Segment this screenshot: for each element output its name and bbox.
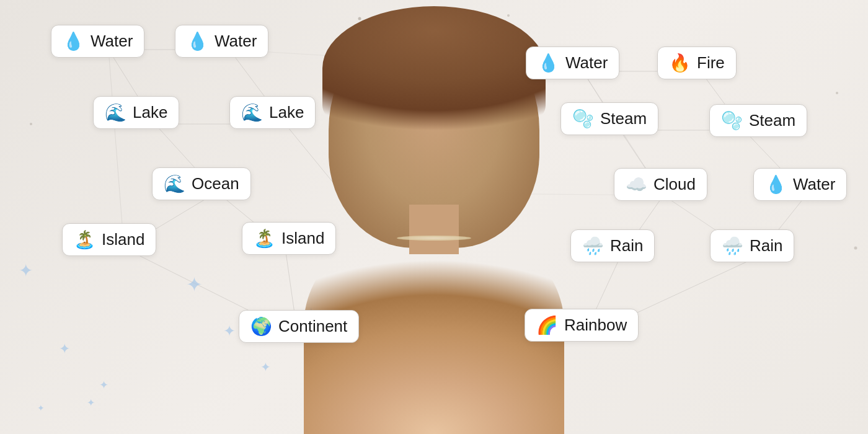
tag-emoji-rainbow-1: 🌈 [536, 317, 558, 334]
tag-label-water-3: Water [565, 53, 608, 73]
tag-label-rain-2: Rain [750, 236, 782, 255]
tag-island-2[interactable]: 🏝️Island [242, 222, 336, 255]
tag-emoji-water-1: 💧 [63, 33, 84, 50]
tag-water-4[interactable]: 💧Water [753, 168, 847, 201]
tag-label-water-4: Water [793, 175, 835, 194]
tag-emoji-fire-1: 🔥 [669, 55, 691, 72]
tag-steam-1[interactable]: 🫧Steam [560, 102, 658, 135]
tag-label-lake-1: Lake [133, 103, 167, 122]
tag-emoji-water-3: 💧 [538, 55, 559, 72]
tag-label-steam-1: Steam [600, 109, 647, 128]
tag-rain-2[interactable]: 🌧️Rain [710, 229, 794, 262]
tag-continent-1[interactable]: 🌍Continent [239, 310, 359, 343]
tag-rainbow-1[interactable]: 🌈Rainbow [525, 309, 639, 342]
tag-label-island-2: Island [281, 229, 324, 248]
tag-label-steam-2: Steam [749, 111, 795, 130]
tag-label-rainbow-1: Rainbow [564, 316, 627, 335]
tag-emoji-continent-1: 🌍 [250, 318, 272, 335]
tag-fire-1[interactable]: 🔥Fire [657, 46, 737, 79]
tag-ocean-1[interactable]: 🌊Ocean [152, 167, 251, 200]
tag-emoji-water-2: 💧 [187, 33, 208, 50]
tag-rain-1[interactable]: 🌧️Rain [570, 229, 655, 262]
tag-steam-2[interactable]: 🫧Steam [709, 104, 807, 137]
tag-label-continent-1: Continent [278, 317, 347, 336]
tag-island-1[interactable]: 🏝️Island [62, 223, 156, 256]
tag-emoji-cloud-1: ☁️ [626, 176, 647, 193]
tag-label-cloud-1: Cloud [653, 175, 696, 194]
tag-lake-1[interactable]: 🌊Lake [93, 96, 179, 129]
tag-label-fire-1: Fire [697, 53, 725, 73]
tag-label-lake-2: Lake [269, 103, 304, 122]
tag-label-rain-1: Rain [610, 236, 643, 255]
tag-cloud-1[interactable]: ☁️Cloud [614, 168, 707, 201]
tag-label-water-1: Water [91, 32, 133, 51]
tag-emoji-lake-2: 🌊 [241, 104, 263, 122]
tag-emoji-island-1: 🏝️ [74, 231, 95, 249]
tag-emoji-water-4: 💧 [765, 176, 787, 193]
tag-label-ocean-1: Ocean [192, 174, 239, 193]
tag-label-water-2: Water [215, 32, 257, 51]
tag-emoji-lake-1: 🌊 [105, 104, 126, 122]
tag-emoji-ocean-1: 🌊 [164, 175, 185, 193]
tag-water-2[interactable]: 💧Water [175, 25, 268, 58]
tag-lake-2[interactable]: 🌊Lake [229, 96, 316, 129]
tag-label-island-1: Island [102, 230, 144, 249]
tag-emoji-rain-1: 🌧️ [582, 237, 604, 255]
tag-emoji-steam-1: 🫧 [572, 110, 594, 128]
tag-water-1[interactable]: 💧Water [51, 25, 144, 58]
tag-emoji-island-2: 🏝️ [254, 230, 275, 247]
tag-water-3[interactable]: 💧Water [526, 46, 619, 79]
tag-emoji-rain-2: 🌧️ [722, 237, 743, 255]
tag-emoji-steam-2: 🫧 [721, 112, 743, 130]
